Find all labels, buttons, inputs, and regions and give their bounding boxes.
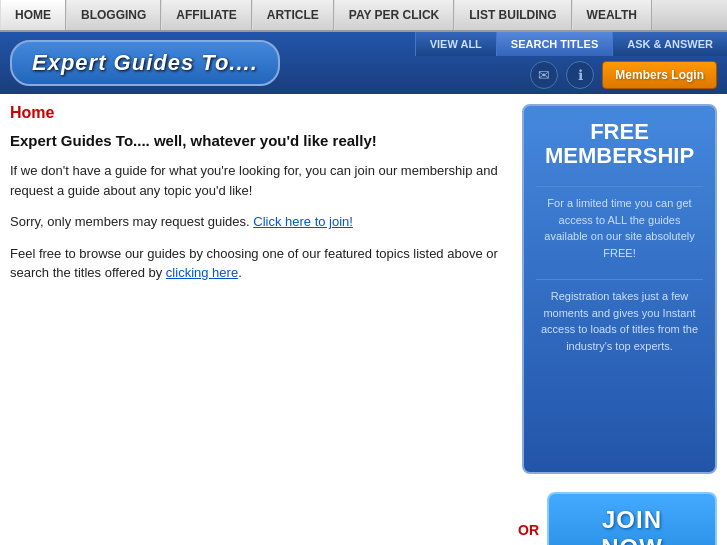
nav-affiliate[interactable]: AFFILIATE <box>161 0 251 30</box>
second-nav: Expert Guides To.... VIEW ALL SEARCH TIT… <box>0 32 727 94</box>
sidebar-divider2 <box>536 279 703 280</box>
paragraph2-prefix: Sorry, only members may request guides. <box>10 214 253 229</box>
paragraph3-suffix: . <box>238 265 242 280</box>
sidebar-desc2: Registration takes just a few moments an… <box>536 288 703 354</box>
tab-viewall[interactable]: VIEW ALL <box>415 32 496 56</box>
second-nav-tabs: VIEW ALL SEARCH TITLES ASK & ANSWER <box>415 32 727 56</box>
clicking-here-link[interactable]: clicking here <box>166 265 238 280</box>
second-nav-right: VIEW ALL SEARCH TITLES ASK & ANSWER ✉ ℹ … <box>415 32 727 94</box>
members-login-button[interactable]: Members Login <box>602 61 717 89</box>
email-icon[interactable]: ✉ <box>530 61 558 89</box>
sidebar: FREE MEMBERSHIP For a limited time you c… <box>522 104 717 474</box>
join-link[interactable]: Click here to join! <box>253 214 353 229</box>
nav-home[interactable]: HOME <box>0 0 66 30</box>
nav-blogging[interactable]: BLOGGING <box>66 0 161 30</box>
paragraph1: If we don't have a guide for what you're… <box>10 161 507 200</box>
nav-listbuilding[interactable]: LIST BUILDING <box>454 0 571 30</box>
or-join-row: OR JOIN NOW <box>0 484 727 545</box>
tab-searchtitles[interactable]: SEARCH TITLES <box>496 32 612 56</box>
main-content: Home Expert Guides To.... well, whatever… <box>10 104 512 474</box>
join-now-button[interactable]: JOIN NOW <box>547 492 717 545</box>
logo-area: Expert Guides To.... <box>0 32 415 94</box>
nav-article[interactable]: ARTICLE <box>252 0 334 30</box>
logo-button[interactable]: Expert Guides To.... <box>10 40 280 86</box>
sidebar-membership-label: MEMBERSHIP <box>545 144 694 168</box>
tab-askanswer[interactable]: ASK & ANSWER <box>612 32 727 56</box>
main-area: Home Expert Guides To.... well, whatever… <box>0 94 727 484</box>
paragraph3-prefix: Feel free to browse our guides by choosi… <box>10 246 498 281</box>
info-icon[interactable]: ℹ <box>566 61 594 89</box>
sidebar-free-label: FREE <box>590 120 649 144</box>
nav-ppc[interactable]: PAY PER CLICK <box>334 0 454 30</box>
top-nav: HOME BLOGGING AFFILIATE ARTICLE PAY PER … <box>0 0 727 32</box>
paragraph3: Feel free to browse our guides by choosi… <box>10 244 507 283</box>
paragraph2: Sorry, only members may request guides. … <box>10 212 507 232</box>
icons-row: ✉ ℹ Members Login <box>520 56 727 94</box>
main-heading: Expert Guides To.... well, whatever you'… <box>10 132 507 149</box>
breadcrumb: Home <box>10 104 507 122</box>
or-label: OR <box>518 522 539 538</box>
sidebar-divider <box>536 186 703 187</box>
nav-wealth[interactable]: WEALTH <box>572 0 652 30</box>
sidebar-desc1: For a limited time you can get access to… <box>536 195 703 261</box>
